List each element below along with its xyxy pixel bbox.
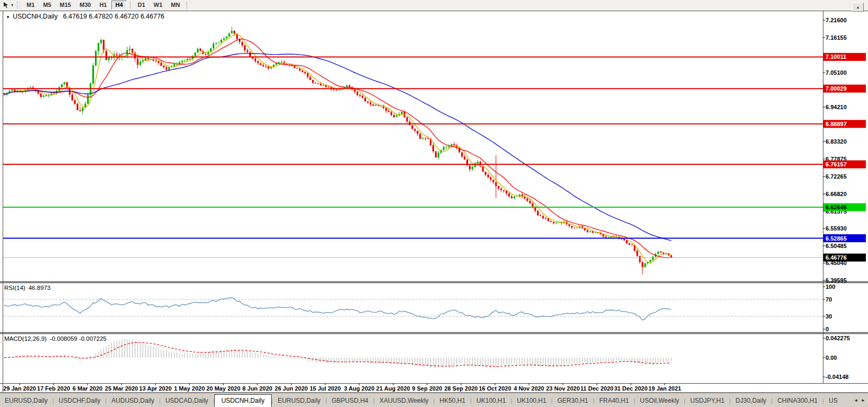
svg-text:6.83320: 6.83320 — [826, 138, 847, 145]
svg-text:70: 70 — [826, 296, 832, 303]
svg-text:6 Mar 2020: 6 Mar 2020 — [73, 385, 102, 392]
svg-text:6.39595: 6.39595 — [826, 277, 847, 284]
moving-average-ma-fast — [4, 34, 671, 263]
tab-scroll-left-icon[interactable]: ◄ — [854, 398, 858, 403]
macd-histogram — [4, 338, 671, 368]
svg-text:29 Jan 2020: 29 Jan 2020 — [3, 385, 36, 392]
rsi-line — [4, 298, 671, 321]
svg-text:6.76157: 6.76157 — [826, 161, 847, 167]
chart-tab-FRA40-H1[interactable]: FRA40,H1 — [594, 395, 633, 406]
chart-tab-HK50-H1[interactable]: HK50,H1 — [435, 395, 470, 406]
macd-indicator-label: MACD(12,26,9)-0.008059 -0.007225 — [4, 335, 107, 342]
svg-text:31 Dec 2020: 31 Dec 2020 — [614, 385, 648, 392]
rsi-axis: 10070300 — [823, 284, 835, 332]
svg-text:15 Jul 2020: 15 Jul 2020 — [310, 385, 341, 392]
chart-symbol-title: USDCNH,Daily — [13, 13, 58, 20]
svg-text:6.72265: 6.72265 — [826, 173, 847, 180]
chart-tab-US[interactable]: US — [824, 395, 838, 406]
svg-text:0: 0 — [826, 326, 829, 332]
svg-text:6.50485: 6.50485 — [826, 243, 847, 249]
toolbar-grip — [17, 2, 20, 9]
svg-text:3 Aug 2020: 3 Aug 2020 — [344, 385, 375, 392]
svg-text:20 May 2020: 20 May 2020 — [206, 385, 240, 392]
macd-name: MACD(12,26,9) — [4, 335, 47, 342]
chart-cursor-tool-icon[interactable] — [2, 2, 11, 9]
timeframe-button-M15[interactable]: M15 — [56, 1, 75, 10]
svg-text:21 Aug 2020: 21 Aug 2020 — [376, 385, 410, 392]
chart-tab-GBPUSD-H4[interactable]: GBPUSD,H4 — [327, 395, 373, 406]
chart-tab-GER30-H1[interactable]: GER30,H1 — [553, 395, 593, 406]
svg-text:16 Oct 2020: 16 Oct 2020 — [479, 385, 511, 392]
svg-text:6.88897: 6.88897 — [826, 121, 847, 127]
svg-text:13 Apr 2020: 13 Apr 2020 — [139, 385, 171, 392]
chart-window: 7.216007.161557.051006.942106.833206.778… — [0, 10, 868, 393]
svg-text:1 May 2020: 1 May 2020 — [174, 385, 205, 392]
svg-text:6.62646: 6.62646 — [826, 204, 847, 210]
svg-text:26 Jun 2020: 26 Jun 2020 — [275, 385, 308, 392]
timeframe-button-M5[interactable]: M5 — [39, 1, 55, 10]
macd-values: -0.008059 -0.007225 — [50, 335, 107, 342]
rsi-value: 46.8973 — [29, 285, 51, 291]
chart-tab-UK100-H1[interactable]: UK100,H1 — [512, 395, 551, 406]
chart-tab-DJ30-Daily[interactable]: DJ30,Daily — [731, 395, 771, 406]
chart-tab-USDCAD-Daily[interactable]: USDCAD,Daily — [161, 395, 213, 406]
toolbar-separator — [130, 1, 131, 9]
chart-title-bar[interactable]: ▼USDCNH,Daily6.47619 6.47820 6.46720 6.4… — [6, 13, 164, 20]
svg-text:0.00: 0.00 — [826, 355, 837, 361]
chart-ohlc-values: 6.47619 6.47820 6.46720 6.46776 — [63, 13, 164, 20]
svg-text:6.55930: 6.55930 — [826, 225, 847, 232]
candles — [3, 26, 672, 275]
chart-tab-EURUSD-Daily[interactable]: EURUSD,Daily — [273, 395, 325, 406]
chart-tabs-bar: EURUSD,Daily|USDCHF,Daily|AUDUSD,Daily|U… — [0, 393, 868, 407]
timeframe-button-D1[interactable]: D1 — [134, 1, 149, 10]
svg-text:-0.04148: -0.04148 — [826, 374, 848, 380]
chart-tab-USDCHF-Daily[interactable]: USDCHF,Daily — [54, 395, 106, 406]
svg-text:8 Jun 2020: 8 Jun 2020 — [242, 385, 272, 392]
svg-text:7.10011: 7.10011 — [826, 54, 846, 60]
timeframe-toolbar: ▾ M1M5M15M30H1H4D1W1MN — [0, 0, 868, 11]
svg-text:6.94210: 6.94210 — [826, 104, 847, 110]
horizontal-lines[interactable] — [3, 57, 823, 258]
chart-tab-AUDUSD-Daily[interactable]: AUDUSD,Daily — [107, 395, 159, 406]
chart-tab-USOil-Weekly[interactable]: USOil,Weekly — [635, 395, 684, 406]
tool-dropdown-caret-icon[interactable]: ▾ — [11, 3, 13, 7]
svg-text:28 Sep 2020: 28 Sep 2020 — [445, 385, 478, 392]
timeframe-button-W1[interactable]: W1 — [150, 1, 167, 10]
svg-text:6.52865: 6.52865 — [826, 235, 847, 242]
rsi-indicator-label: RSI(14)46.8973 — [4, 285, 50, 291]
svg-text:11 Dec 2020: 11 Dec 2020 — [580, 385, 613, 392]
rsi-name: RSI(14) — [4, 285, 25, 291]
chart-tab-USDCNH-Daily[interactable]: USDCNH,Daily — [214, 394, 271, 407]
macd-signal-line — [4, 342, 671, 367]
svg-text:7.00029: 7.00029 — [826, 85, 847, 92]
svg-text:25 Mar 2020: 25 Mar 2020 — [105, 385, 138, 392]
chart-tab-EURUSD-Daily[interactable]: EURUSD,Daily — [0, 395, 53, 406]
price-chart-canvas[interactable]: 7.216007.161557.051006.942106.833206.778… — [0, 10, 868, 393]
svg-text:6.66820: 6.66820 — [826, 191, 847, 197]
svg-text:19 Jan 2021: 19 Jan 2021 — [648, 385, 681, 392]
toolbar-collapse-button[interactable]: ▴ — [852, 3, 864, 12]
moving-average-ma-slow — [4, 54, 671, 241]
chart-tab-UK100-H1[interactable]: UK100,H1 — [472, 395, 510, 406]
chart-tab-CHINA300-H1[interactable]: CHINA300,H1 — [772, 395, 822, 406]
chart-tab-USDJPY-H1[interactable]: USDJPY,H1 — [685, 395, 729, 406]
toolbar-separator — [187, 1, 188, 9]
svg-text:30: 30 — [826, 313, 832, 320]
chart-tab-XAUUSD-Weekly[interactable]: XAUUSD,Weekly — [375, 395, 433, 406]
svg-text:23 Nov 2020: 23 Nov 2020 — [546, 385, 580, 392]
svg-text:6.46776: 6.46776 — [826, 254, 847, 261]
panel-borders — [0, 11, 868, 393]
moving-average-ma-mid — [4, 39, 671, 258]
timeframe-button-H4[interactable]: H4 — [111, 1, 126, 10]
tab-scroll-buttons: ◄► — [854, 398, 868, 403]
timeframe-button-MN[interactable]: MN — [167, 1, 184, 10]
timeframe-button-H1[interactable]: H1 — [96, 1, 110, 10]
date-axis: 29 Jan 202017 Feb 20206 Mar 202025 Mar 2… — [3, 383, 681, 392]
svg-text:7.21600: 7.21600 — [826, 17, 847, 23]
svg-text:9 Sep 2020: 9 Sep 2020 — [412, 385, 442, 392]
tab-scroll-right-icon[interactable]: ► — [861, 398, 865, 403]
svg-text:4 Nov 2020: 4 Nov 2020 — [514, 385, 544, 392]
chart-menu-arrow-icon[interactable]: ▼ — [6, 15, 10, 20]
timeframe-button-M30[interactable]: M30 — [76, 1, 94, 10]
timeframe-button-M1[interactable]: M1 — [23, 1, 38, 10]
